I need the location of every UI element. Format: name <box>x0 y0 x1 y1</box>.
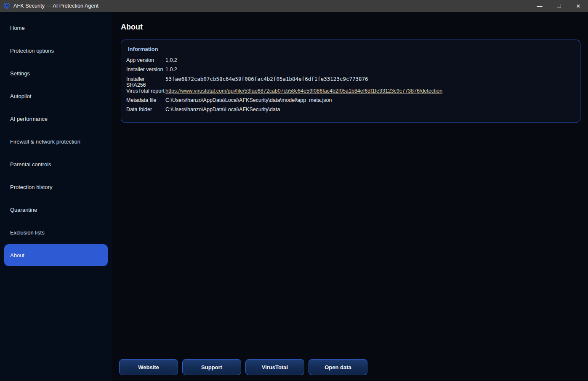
info-row-app-version: App version 1.0.2 <box>126 57 575 67</box>
information-panel: Information App version 1.0.2 Installer … <box>121 40 580 123</box>
sidebar: Home Protection options Settings Autopil… <box>0 12 112 381</box>
sidebar-item-settings[interactable]: Settings <box>4 62 108 84</box>
sidebar-item-firewall-network-protection[interactable]: Firewall & network protection <box>4 131 108 152</box>
main-content: About Information App version 1.0.2 Inst… <box>112 12 588 381</box>
open-data-button[interactable]: Open data <box>309 359 367 375</box>
sidebar-item-protection-history[interactable]: Protection history <box>4 176 108 198</box>
row-label: Installer SHA256 <box>126 76 165 88</box>
info-row-data-folder: Data folder C:\Users\hanzo\AppData\Local… <box>126 107 575 116</box>
info-row-installer-version: Installer version 1.0.2 <box>126 67 575 76</box>
page-title: About <box>121 23 580 32</box>
sidebar-item-autopilot[interactable]: Autopilot <box>4 85 108 107</box>
metadata-file-value: C:\Users\hanzo\AppData\Local\AFKSecurity… <box>165 97 332 103</box>
sidebar-item-home[interactable]: Home <box>4 17 108 39</box>
virustotal-report-link[interactable]: https://www.virustotal.com/gui/file/53fa… <box>165 88 442 94</box>
minimize-button[interactable]: — <box>530 0 549 12</box>
support-button[interactable]: Support <box>182 359 241 375</box>
window-controls: — ✕ <box>530 0 588 12</box>
sidebar-item-ai-performance[interactable]: AI performance <box>4 108 108 130</box>
titlebar: AFK Security — AI Protection Agent — ✕ <box>0 0 588 12</box>
maximize-button[interactable] <box>549 0 569 12</box>
information-panel-title: Information <box>128 46 575 52</box>
virustotal-button[interactable]: VirusTotal <box>245 359 304 375</box>
window-title: AFK Security — AI Protection Agent <box>13 3 530 9</box>
data-folder-value: C:\Users\hanzo\AppData\Local\AFKSecurity… <box>165 107 280 112</box>
sidebar-item-exclusion-lists[interactable]: Exclusion lists <box>4 221 108 243</box>
app-version-value: 1.0.2 <box>165 57 177 63</box>
sidebar-item-protection-options[interactable]: Protection options <box>4 40 108 61</box>
info-row-installer-sha256: Installer SHA256 53fae6872cab07cb58c64e5… <box>126 76 575 88</box>
app-shield-icon <box>3 3 10 9</box>
sidebar-item-about[interactable]: About <box>4 244 108 266</box>
row-label: Installer version <box>126 67 165 72</box>
row-label: Data folder <box>126 107 165 112</box>
close-button[interactable]: ✕ <box>569 0 588 12</box>
website-button[interactable]: Website <box>119 359 178 375</box>
row-label: Metadata file <box>126 97 165 103</box>
sidebar-item-quarantine[interactable]: Quarantine <box>4 199 108 221</box>
sidebar-item-parental-controls[interactable]: Parental controls <box>4 153 108 175</box>
installer-sha256-value: 53fae6872cab07cb58c64e59f086fac4b2f05a1b… <box>165 76 368 82</box>
footer-actions: Website Support VirusTotal Open data <box>119 359 367 375</box>
installer-version-value: 1.0.2 <box>165 67 177 72</box>
info-row-virustotal-report: VirusTotal report https://www.virustotal… <box>126 88 575 97</box>
info-row-metadata-file: Metadata file C:\Users\hanzo\AppData\Loc… <box>126 97 575 107</box>
maximize-icon <box>557 4 561 8</box>
row-label: App version <box>126 57 165 63</box>
row-label: VirusTotal report <box>126 88 165 94</box>
